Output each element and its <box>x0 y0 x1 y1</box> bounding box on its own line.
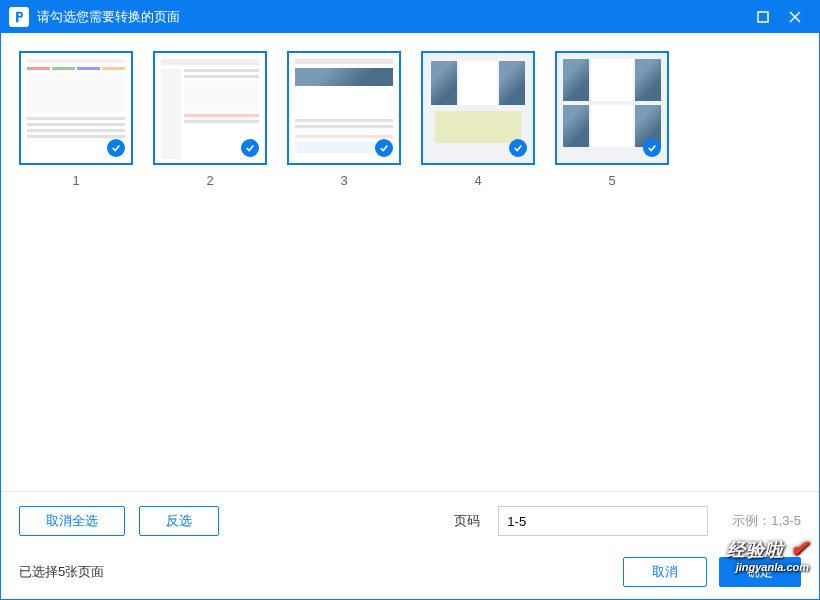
page-selection-area: 1 <box>1 33 819 491</box>
close-button[interactable] <box>779 1 811 33</box>
check-icon <box>241 139 259 157</box>
invert-selection-button[interactable]: 反选 <box>139 506 219 536</box>
footer-bottom-row: 已选择5张页面 取消 确定 <box>19 557 801 587</box>
page-number-label: 1 <box>72 173 79 188</box>
check-icon <box>509 139 527 157</box>
page-number-label: 5 <box>608 173 615 188</box>
page-thumbnail-5[interactable] <box>555 51 669 165</box>
check-icon <box>375 139 393 157</box>
maximize-button[interactable] <box>747 1 779 33</box>
page-range-label: 页码 <box>454 512 480 530</box>
page-number-label: 4 <box>474 173 481 188</box>
cancel-button[interactable]: 取消 <box>623 557 707 587</box>
titlebar: 请勾选您需要转换的页面 <box>1 1 819 33</box>
selection-status: 已选择5张页面 <box>19 563 623 581</box>
page-thumbnail: 4 <box>421 51 535 188</box>
svg-rect-0 <box>758 12 768 22</box>
page-thumbnail: 3 <box>287 51 401 188</box>
page-thumbnail-4[interactable] <box>421 51 535 165</box>
page-number-label: 3 <box>340 173 347 188</box>
deselect-all-button[interactable]: 取消全选 <box>19 506 125 536</box>
footer: 取消全选 反选 页码 示例：1,3-5 已选择5张页面 取消 确定 经验啦 ✔ … <box>1 491 819 600</box>
page-thumbnail-2[interactable] <box>153 51 267 165</box>
page-thumbnail: 5 <box>555 51 669 188</box>
thumbnail-grid: 1 <box>19 51 801 188</box>
window-controls <box>747 1 811 33</box>
confirm-button[interactable]: 确定 <box>719 557 801 587</box>
page-thumbnail-3[interactable] <box>287 51 401 165</box>
page-number-label: 2 <box>206 173 213 188</box>
app-logo-icon <box>9 7 29 27</box>
check-icon <box>107 139 125 157</box>
page-thumbnail: 1 <box>19 51 133 188</box>
footer-top-row: 取消全选 反选 页码 示例：1,3-5 <box>19 506 801 536</box>
page-thumbnail: 2 <box>153 51 267 188</box>
window-title: 请勾选您需要转换的页面 <box>37 8 747 26</box>
page-range-example: 示例：1,3-5 <box>732 512 801 530</box>
page-thumbnail-1[interactable] <box>19 51 133 165</box>
check-icon <box>643 139 661 157</box>
page-range-input[interactable] <box>498 506 708 536</box>
